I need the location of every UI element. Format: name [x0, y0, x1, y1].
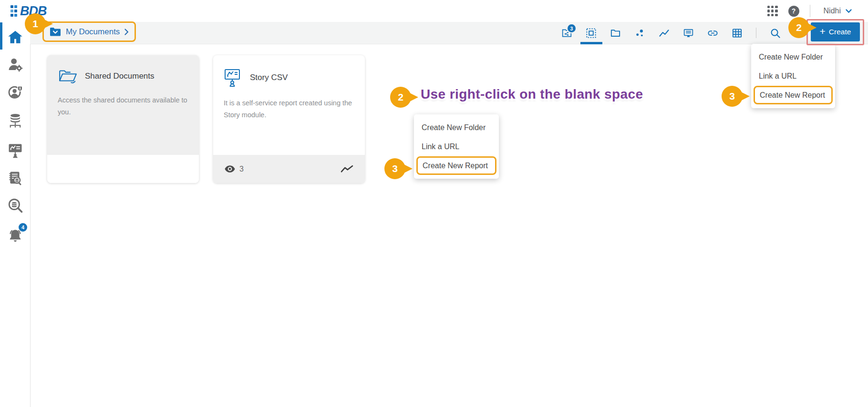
top-bar-right: ? Nidhi: [767, 0, 855, 22]
magnifier-database-icon: [7, 197, 23, 214]
chevron-right-icon: [124, 29, 129, 35]
menu-item-link-a-url[interactable]: Link a URL: [751, 67, 835, 86]
help-icon[interactable]: ?: [788, 6, 799, 17]
home-icon: [7, 29, 23, 45]
tab-table[interactable]: [732, 22, 743, 44]
toolbar-divider: [756, 28, 756, 38]
search-icon: [770, 28, 781, 39]
database-network-icon: [7, 112, 23, 129]
sidebar-item-data-search[interactable]: [0, 195, 30, 216]
menu-item-link-a-url[interactable]: Link a URL: [414, 137, 499, 156]
folder-icon: [610, 28, 621, 39]
open-analysis-icon[interactable]: [341, 165, 353, 173]
create-button-label: Create: [829, 28, 851, 36]
user-shield-icon: [7, 84, 23, 100]
sidebar-item-business-story[interactable]: [0, 140, 30, 161]
user-menu[interactable]: Nidhi: [821, 6, 855, 16]
top-bar: BDB ? Nidhi: [0, 0, 868, 22]
sidebar: 4: [0, 22, 31, 407]
trend-line-icon: [659, 28, 670, 39]
card-title: Story CSV: [250, 73, 288, 82]
annotation-tip-text: Use right-click on the blank space Use r…: [421, 87, 643, 102]
context-menu: Create New Folder Link a URL Create New …: [414, 114, 499, 179]
plus-icon: +: [820, 26, 826, 37]
sidebar-item-notifications[interactable]: 4: [0, 225, 30, 246]
annotation-step-2-create-badge: 2: [788, 17, 809, 38]
breadcrumb-label: My Documents: [66, 27, 120, 37]
tab-board-list[interactable]: [683, 22, 694, 44]
sidebar-item-data-center[interactable]: [0, 110, 30, 131]
card-footer: 3: [213, 155, 365, 183]
menu-item-create-new-report[interactable]: Create New Report: [416, 156, 496, 175]
presentation-user-icon: [7, 142, 23, 158]
eye-icon: [225, 165, 235, 173]
document-magnifier-icon: [7, 170, 23, 186]
breadcrumb[interactable]: My Documents: [42, 21, 136, 42]
search-button[interactable]: [770, 22, 781, 44]
annotation-step-1-badge: 1: [25, 13, 46, 34]
tab-overview-selected[interactable]: [586, 22, 597, 44]
sidebar-item-account-info[interactable]: [0, 81, 30, 102]
topbar-divider: [810, 5, 810, 17]
shared-count-badge: 3: [567, 23, 577, 33]
menu-item-create-new-folder[interactable]: Create New Folder: [751, 48, 835, 67]
chevron-down-icon: [846, 9, 852, 13]
menu-item-create-new-report[interactable]: Create New Report: [754, 86, 833, 104]
tab-trend[interactable]: [659, 22, 670, 44]
create-button[interactable]: + Create: [811, 22, 860, 41]
card-title: Shared Documents: [85, 71, 155, 81]
views-count: 3: [225, 165, 244, 173]
table-grid-icon: [732, 28, 743, 39]
tab-scatter[interactable]: [634, 22, 645, 44]
annotation-tip-fill: Use right-click on the blank space: [421, 87, 643, 102]
apps-grid-icon[interactable]: [767, 6, 778, 16]
card-shared-documents[interactable]: Shared Documents Access the shared docum…: [47, 55, 199, 183]
dashed-select-icon: [586, 28, 597, 39]
monitor-list-icon: [683, 28, 694, 39]
card-description: It is a self-service report created usin…: [213, 88, 365, 121]
create-dropdown-menu: Create New Folder Link a URL Create New …: [751, 44, 835, 108]
tab-shared-documents[interactable]: 3: [561, 22, 572, 44]
sidebar-item-user-settings[interactable]: [0, 54, 30, 75]
scatter-dots-icon: [634, 28, 645, 39]
shared-folder-icon: [58, 68, 78, 85]
card-story-csv[interactable]: Story CSV It is a self-service report cr…: [213, 55, 365, 183]
menu-item-create-new-folder[interactable]: Create New Folder: [414, 118, 499, 137]
notifications-badge: 4: [19, 223, 27, 232]
annotation-step-3-badge: 3: [384, 158, 405, 179]
sidebar-item-report-search[interactable]: [0, 168, 30, 189]
user-name: Nidhi: [824, 7, 841, 15]
annotation-step-3-create-badge: 3: [722, 86, 743, 107]
user-gear-icon: [7, 56, 23, 72]
link-icon: [707, 28, 718, 39]
sidebar-item-home[interactable]: [0, 27, 30, 48]
story-report-icon: [224, 68, 243, 88]
toolbar: 3: [561, 22, 805, 44]
annotation-step-2-badge: 2: [390, 87, 411, 108]
tab-link[interactable]: [707, 22, 718, 44]
tab-folders[interactable]: [610, 22, 621, 44]
card-footer: [47, 155, 199, 183]
card-description: Access the shared documents available to…: [47, 85, 199, 118]
bdb-app-window: BDB ? Nidhi: [0, 0, 868, 407]
